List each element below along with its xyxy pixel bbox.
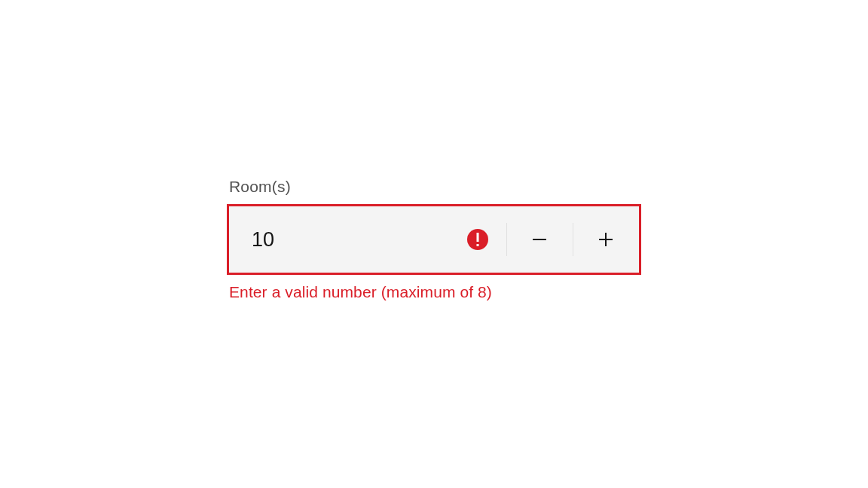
- number-stepper-group: Room(s) Enter a valid number (maximum of…: [229, 178, 639, 301]
- error-icon: [467, 229, 488, 250]
- svg-rect-4: [605, 233, 607, 246]
- stepper-label: Room(s): [229, 178, 639, 196]
- increment-button[interactable]: [573, 206, 639, 273]
- decrement-button[interactable]: [506, 206, 573, 273]
- minus-icon: [529, 229, 550, 250]
- plus-icon: [595, 229, 616, 250]
- error-message: Enter a valid number (maximum of 8): [229, 283, 639, 301]
- svg-rect-2: [533, 239, 546, 240]
- svg-rect-1: [477, 244, 479, 246]
- stepper-input-wrap: [229, 206, 506, 273]
- number-stepper: [229, 206, 639, 273]
- svg-rect-0: [477, 233, 479, 242]
